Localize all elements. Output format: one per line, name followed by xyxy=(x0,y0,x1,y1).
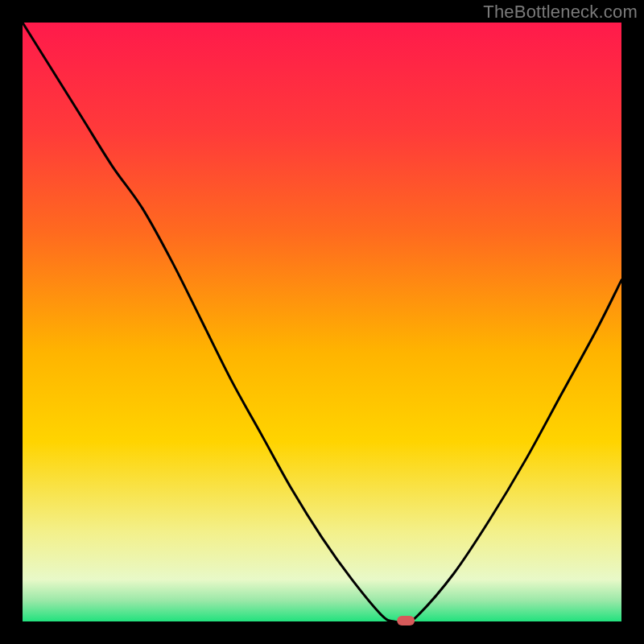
bottleneck-chart: TheBottleneck.com xyxy=(0,0,644,644)
svg-rect-1 xyxy=(23,23,621,621)
watermark-label: TheBottleneck.com xyxy=(483,2,638,23)
chart-canvas xyxy=(0,0,644,644)
optimal-point-marker xyxy=(397,616,415,625)
